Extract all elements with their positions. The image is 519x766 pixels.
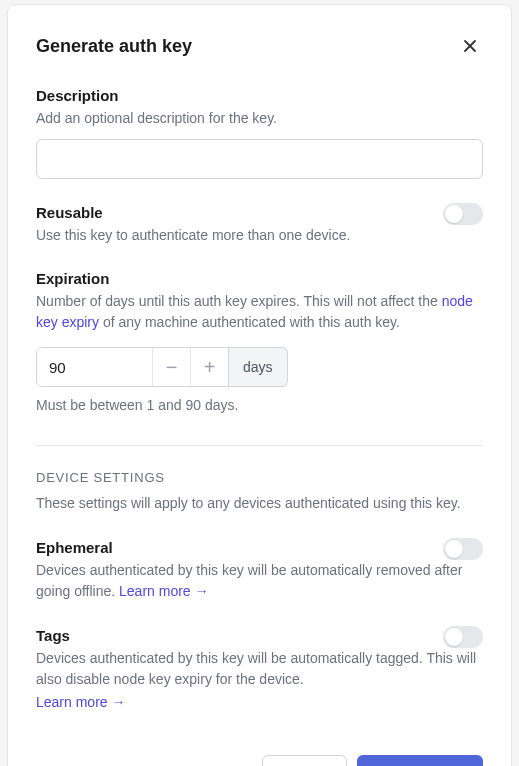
expiration-help-pre: Number of days until this auth key expir…	[36, 293, 442, 309]
reusable-section: Reusable Use this key to authenticate mo…	[36, 203, 483, 246]
tags-help: Devices authenticated by this key will b…	[36, 648, 483, 690]
plus-icon: +	[204, 356, 216, 379]
modal-header: Generate auth key	[36, 33, 483, 59]
toggle-knob	[445, 540, 463, 558]
generate-auth-key-modal: Generate auth key Description Add an opt…	[7, 4, 512, 766]
reusable-label: Reusable	[36, 204, 103, 221]
description-section: Description Add an optional description …	[36, 87, 483, 179]
expiration-decrement-button[interactable]: −	[152, 348, 190, 386]
expiration-hint: Must be between 1 and 90 days.	[36, 397, 483, 413]
arrow-right-icon: →	[195, 581, 209, 602]
minus-icon: −	[166, 356, 178, 379]
device-settings-section: DEVICE SETTINGS These settings will appl…	[36, 470, 483, 514]
tags-toggle[interactable]	[443, 626, 483, 648]
learn-more-text: Learn more	[36, 694, 108, 710]
expiration-unit: days	[229, 347, 288, 387]
close-icon	[461, 37, 479, 55]
ephemeral-help: Devices authenticated by this key will b…	[36, 560, 483, 602]
divider	[36, 445, 483, 446]
reusable-toggle[interactable]	[443, 203, 483, 225]
ephemeral-section: Ephemeral Devices authenticated by this …	[36, 538, 483, 602]
modal-footer: Cancel Generate key	[36, 735, 483, 766]
expiration-help-post: of any machine authenticated with this a…	[99, 314, 400, 330]
expiration-stepper: − + days	[36, 347, 483, 387]
expiration-input[interactable]	[37, 348, 152, 386]
generate-key-button[interactable]: Generate key	[357, 755, 483, 766]
reusable-help: Use this key to authenticate more than o…	[36, 225, 483, 246]
ephemeral-learn-more-link[interactable]: Learn more →	[119, 581, 209, 602]
arrow-right-icon: →	[112, 694, 126, 710]
ephemeral-toggle[interactable]	[443, 538, 483, 560]
description-label: Description	[36, 87, 483, 104]
device-settings-heading: DEVICE SETTINGS	[36, 470, 483, 485]
tags-label: Tags	[36, 627, 70, 644]
expiration-label: Expiration	[36, 270, 483, 287]
cancel-button[interactable]: Cancel	[262, 755, 347, 766]
expiration-increment-button[interactable]: +	[190, 348, 228, 386]
expiration-help: Number of days until this auth key expir…	[36, 291, 483, 333]
device-settings-help: These settings will apply to any devices…	[36, 493, 483, 514]
tags-section: Tags Devices authenticated by this key w…	[36, 626, 483, 711]
learn-more-text: Learn more	[119, 581, 191, 602]
ephemeral-help-text: Devices authenticated by this key will b…	[36, 562, 462, 599]
close-button[interactable]	[457, 33, 483, 59]
description-input[interactable]	[36, 139, 483, 179]
description-help: Add an optional description for the key.	[36, 108, 483, 129]
modal-title: Generate auth key	[36, 36, 192, 57]
expiration-section: Expiration Number of days until this aut…	[36, 270, 483, 413]
toggle-knob	[445, 628, 463, 646]
toggle-knob	[445, 205, 463, 223]
tags-learn-more-link[interactable]: Learn more →	[36, 694, 126, 710]
ephemeral-label: Ephemeral	[36, 539, 113, 556]
